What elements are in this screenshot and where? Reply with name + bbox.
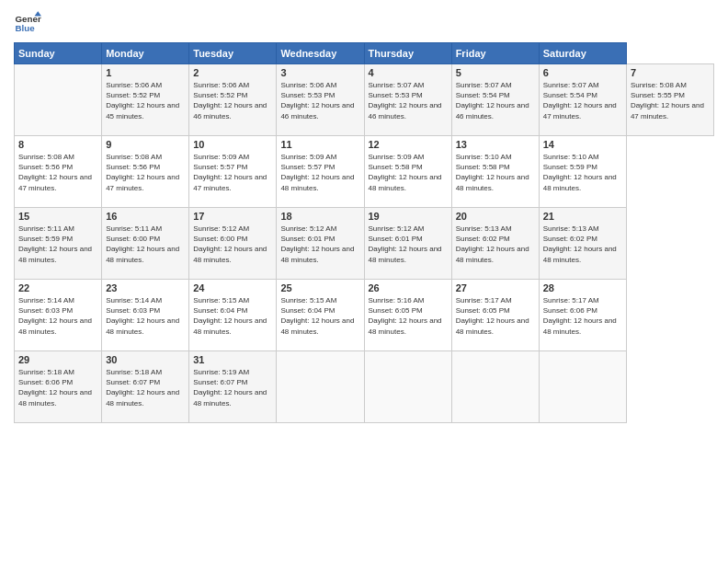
day-info: Sunrise: 5:14 AMSunset: 6:03 PMDaylight:…	[18, 296, 92, 336]
day-number: 24	[193, 282, 272, 293]
day-number: 26	[369, 282, 448, 293]
day-info: Sunrise: 5:08 AMSunset: 5:55 PMDaylight:…	[631, 81, 704, 121]
calendar-cell	[277, 351, 364, 423]
day-number: 20	[456, 211, 535, 222]
day-info: Sunrise: 5:09 AMSunset: 5:57 PMDaylight:…	[280, 153, 354, 192]
day-number: 12	[369, 139, 448, 150]
day-info: Sunrise: 5:18 AMSunset: 6:07 PMDaylight:…	[106, 368, 179, 408]
day-info: Sunrise: 5:17 AMSunset: 6:06 PMDaylight:…	[543, 296, 617, 336]
col-header-saturday: Saturday	[539, 43, 626, 64]
calendar-cell: 20 Sunrise: 5:13 AMSunset: 6:02 PMDaylig…	[451, 208, 539, 280]
svg-text:Blue: Blue	[16, 23, 36, 33]
day-info: Sunrise: 5:07 AMSunset: 5:54 PMDaylight:…	[543, 81, 617, 121]
day-number: 31	[193, 354, 272, 365]
calendar-cell: 19 Sunrise: 5:12 AMSunset: 6:01 PMDaylig…	[364, 208, 451, 280]
day-number: 2	[193, 67, 272, 78]
day-info: Sunrise: 5:10 AMSunset: 5:58 PMDaylight:…	[456, 153, 529, 192]
day-number: 18	[280, 211, 359, 222]
day-info: Sunrise: 5:12 AMSunset: 6:00 PMDaylight:…	[193, 224, 267, 264]
day-number: 29	[18, 354, 97, 365]
day-info: Sunrise: 5:09 AMSunset: 5:58 PMDaylight:…	[369, 153, 442, 192]
day-number: 10	[193, 139, 272, 150]
col-header-sunday: Sunday	[15, 43, 102, 64]
day-number: 27	[456, 282, 535, 293]
day-number: 30	[106, 354, 185, 365]
calendar-cell: 8 Sunrise: 5:08 AMSunset: 5:56 PMDayligh…	[15, 136, 102, 208]
day-number: 7	[631, 67, 710, 78]
week-row-2: 8 Sunrise: 5:08 AMSunset: 5:56 PMDayligh…	[15, 136, 714, 208]
calendar-cell: 31 Sunrise: 5:19 AMSunset: 6:07 PMDaylig…	[189, 351, 277, 423]
calendar-table: SundayMondayTuesdayWednesdayThursdayFrid…	[14, 42, 714, 423]
day-info: Sunrise: 5:08 AMSunset: 5:56 PMDaylight:…	[18, 153, 92, 192]
calendar-cell: 14 Sunrise: 5:10 AMSunset: 5:59 PMDaylig…	[539, 136, 626, 208]
day-info: Sunrise: 5:12 AMSunset: 6:01 PMDaylight:…	[369, 224, 442, 264]
day-info: Sunrise: 5:17 AMSunset: 6:05 PMDaylight:…	[456, 296, 529, 336]
day-info: Sunrise: 5:07 AMSunset: 5:54 PMDaylight:…	[456, 81, 529, 121]
day-number: 19	[369, 211, 448, 222]
week-row-1: 1 Sunrise: 5:06 AMSunset: 5:52 PMDayligh…	[15, 64, 714, 136]
calendar-cell: 12 Sunrise: 5:09 AMSunset: 5:58 PMDaylig…	[364, 136, 451, 208]
day-info: Sunrise: 5:18 AMSunset: 6:06 PMDaylight:…	[18, 368, 92, 408]
calendar-cell: 21 Sunrise: 5:13 AMSunset: 6:02 PMDaylig…	[539, 208, 626, 280]
day-info: Sunrise: 5:14 AMSunset: 6:03 PMDaylight:…	[106, 296, 179, 336]
day-number: 8	[18, 139, 97, 150]
col-header-thursday: Thursday	[364, 43, 451, 64]
calendar-cell: 16 Sunrise: 5:11 AMSunset: 6:00 PMDaylig…	[102, 208, 189, 280]
calendar-cell: 5 Sunrise: 5:07 AMSunset: 5:54 PMDayligh…	[451, 64, 539, 136]
calendar-cell: 15 Sunrise: 5:11 AMSunset: 5:59 PMDaylig…	[15, 208, 102, 280]
day-info: Sunrise: 5:10 AMSunset: 5:59 PMDaylight:…	[543, 153, 617, 192]
day-number: 17	[193, 211, 272, 222]
day-info: Sunrise: 5:12 AMSunset: 6:01 PMDaylight:…	[280, 224, 354, 264]
calendar-cell: 28 Sunrise: 5:17 AMSunset: 6:06 PMDaylig…	[539, 280, 626, 351]
calendar-cell: 25 Sunrise: 5:15 AMSunset: 6:04 PMDaylig…	[277, 280, 364, 351]
calendar-cell: 26 Sunrise: 5:16 AMSunset: 6:05 PMDaylig…	[364, 280, 451, 351]
calendar-cell	[539, 351, 626, 423]
week-row-5: 29 Sunrise: 5:18 AMSunset: 6:06 PMDaylig…	[15, 351, 714, 423]
day-info: Sunrise: 5:13 AMSunset: 6:02 PMDaylight:…	[456, 224, 529, 264]
day-number: 6	[543, 67, 622, 78]
day-number: 23	[106, 282, 185, 293]
day-number: 9	[106, 139, 185, 150]
day-info: Sunrise: 5:11 AMSunset: 6:00 PMDaylight:…	[106, 224, 179, 264]
day-info: Sunrise: 5:06 AMSunset: 5:53 PMDaylight:…	[280, 81, 354, 121]
col-header-friday: Friday	[451, 43, 539, 64]
logo-icon: General Blue	[14, 9, 41, 37]
day-number: 13	[456, 139, 535, 150]
day-info: Sunrise: 5:15 AMSunset: 6:04 PMDaylight:…	[193, 296, 267, 336]
calendar-cell: 4 Sunrise: 5:07 AMSunset: 5:53 PMDayligh…	[364, 64, 451, 136]
calendar-cell: 3 Sunrise: 5:06 AMSunset: 5:53 PMDayligh…	[277, 64, 364, 136]
week-row-4: 22 Sunrise: 5:14 AMSunset: 6:03 PMDaylig…	[15, 280, 714, 351]
day-info: Sunrise: 5:19 AMSunset: 6:07 PMDaylight:…	[193, 368, 267, 408]
calendar-cell: 13 Sunrise: 5:10 AMSunset: 5:58 PMDaylig…	[451, 136, 539, 208]
day-number: 21	[543, 211, 622, 222]
day-info: Sunrise: 5:15 AMSunset: 6:04 PMDaylight:…	[280, 296, 354, 336]
day-info: Sunrise: 5:09 AMSunset: 5:57 PMDaylight:…	[193, 153, 267, 192]
calendar-cell	[364, 351, 451, 423]
day-number: 3	[280, 67, 359, 78]
day-info: Sunrise: 5:07 AMSunset: 5:53 PMDaylight:…	[369, 81, 442, 121]
day-info: Sunrise: 5:06 AMSunset: 5:52 PMDaylight:…	[106, 81, 179, 121]
header-row: SundayMondayTuesdayWednesdayThursdayFrid…	[15, 43, 714, 64]
calendar-cell: 29 Sunrise: 5:18 AMSunset: 6:06 PMDaylig…	[15, 351, 102, 423]
calendar-cell: 27 Sunrise: 5:17 AMSunset: 6:05 PMDaylig…	[451, 280, 539, 351]
calendar-cell: 2 Sunrise: 5:06 AMSunset: 5:52 PMDayligh…	[189, 64, 277, 136]
col-header-wednesday: Wednesday	[277, 43, 364, 64]
calendar-cell: 30 Sunrise: 5:18 AMSunset: 6:07 PMDaylig…	[102, 351, 189, 423]
main-container: General Blue SundayMondayTuesdayWednesda…	[0, 0, 728, 428]
day-number: 15	[18, 211, 97, 222]
day-number: 14	[543, 139, 622, 150]
day-number: 4	[369, 67, 448, 78]
day-number: 25	[280, 282, 359, 293]
header: General Blue	[14, 9, 714, 37]
calendar-cell: 9 Sunrise: 5:08 AMSunset: 5:56 PMDayligh…	[102, 136, 189, 208]
calendar-cell: 22 Sunrise: 5:14 AMSunset: 6:03 PMDaylig…	[15, 280, 102, 351]
calendar-cell	[15, 64, 102, 136]
calendar-cell: 7 Sunrise: 5:08 AMSunset: 5:55 PMDayligh…	[626, 64, 713, 136]
calendar-cell: 1 Sunrise: 5:06 AMSunset: 5:52 PMDayligh…	[102, 64, 189, 136]
calendar-cell	[451, 351, 539, 423]
day-info: Sunrise: 5:13 AMSunset: 6:02 PMDaylight:…	[543, 224, 617, 264]
calendar-cell: 17 Sunrise: 5:12 AMSunset: 6:00 PMDaylig…	[189, 208, 277, 280]
day-info: Sunrise: 5:08 AMSunset: 5:56 PMDaylight:…	[106, 153, 179, 192]
col-header-monday: Monday	[102, 43, 189, 64]
day-info: Sunrise: 5:06 AMSunset: 5:52 PMDaylight:…	[193, 81, 267, 121]
